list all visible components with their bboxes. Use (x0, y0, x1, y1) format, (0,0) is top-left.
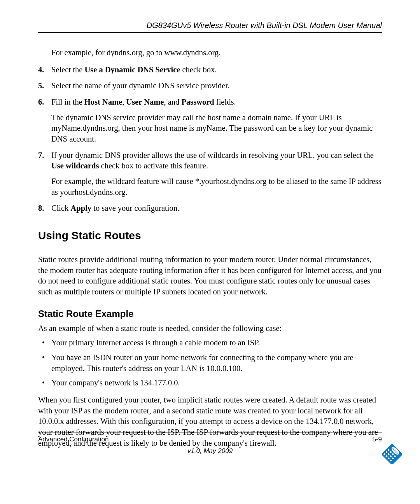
step-8: Click Apply to save your configuration. (38, 203, 382, 214)
step-4-bold: Use a Dynamic DNS Service (84, 65, 180, 74)
list-item: Your company's network is 134.177.0.0. (38, 378, 382, 388)
step-8-post: to save your configuration. (91, 204, 179, 212)
step-4-pre: Select the (51, 65, 84, 74)
page: DG834GUv5 Wireless Router with Built-in … (0, 0, 420, 504)
step-list: Select the Use a Dynamic DNS Service che… (38, 65, 382, 214)
footer-line: Advanced Configuration 5-9 (38, 436, 382, 443)
step-6-post: fields. (214, 98, 236, 106)
step-7-pre: If your dynamic DNS provider allows the … (51, 151, 374, 159)
section-heading-static-routes: Using Static Routes (38, 229, 382, 242)
subsection-heading-example: Static Route Example (38, 308, 382, 319)
step-4: Select the Use a Dynamic DNS Service che… (38, 65, 382, 75)
step-6: Fill in the Host Name, User Name, and Pa… (38, 97, 382, 145)
footer-version: v1.0, May 2009 (0, 447, 420, 455)
step-6-pre: Fill in the (51, 98, 84, 106)
header-rule (38, 32, 382, 33)
list-item: You have an ISDN router on your home net… (38, 352, 382, 374)
step-8-pre: Click (51, 204, 71, 212)
step-7-bold: Use wildcards (51, 161, 99, 170)
step-6-b3: Password (181, 98, 214, 106)
list-item: Your primary Internet access is through … (38, 338, 382, 348)
step-6-sub: The dynamic DNS service provider may cal… (51, 112, 382, 145)
step-8-bold: Apply (71, 204, 92, 212)
bullet-list: Your primary Internet access is through … (38, 338, 382, 388)
step-5: Select the name of your dynamic DNS serv… (38, 80, 382, 91)
step-6-b1: Host Name (84, 98, 122, 106)
section-para: Static routes provide additional routing… (38, 254, 382, 298)
telkom-logo-icon: Telkom (377, 439, 407, 469)
step-7-sub: For example, the wildcard feature will c… (51, 176, 382, 198)
step-7: If your dynamic DNS provider allows the … (38, 150, 382, 198)
step-6-sep1: , (122, 98, 126, 106)
intro-text: For example, for dyndns.org, go to www.d… (51, 47, 382, 58)
footer-left: Advanced Configuration (38, 436, 108, 443)
step-6-sep2: , and (164, 98, 181, 106)
subsection-intro: As an example of when a static route is … (38, 323, 382, 334)
header-title: DG834GUv5 Wireless Router with Built-in … (38, 21, 382, 30)
step-4-post: check box. (180, 65, 217, 74)
footer-rule (38, 432, 382, 432)
step-6-b2: User Name (126, 98, 164, 106)
step-7-post: check box to activate this feature. (99, 161, 208, 170)
